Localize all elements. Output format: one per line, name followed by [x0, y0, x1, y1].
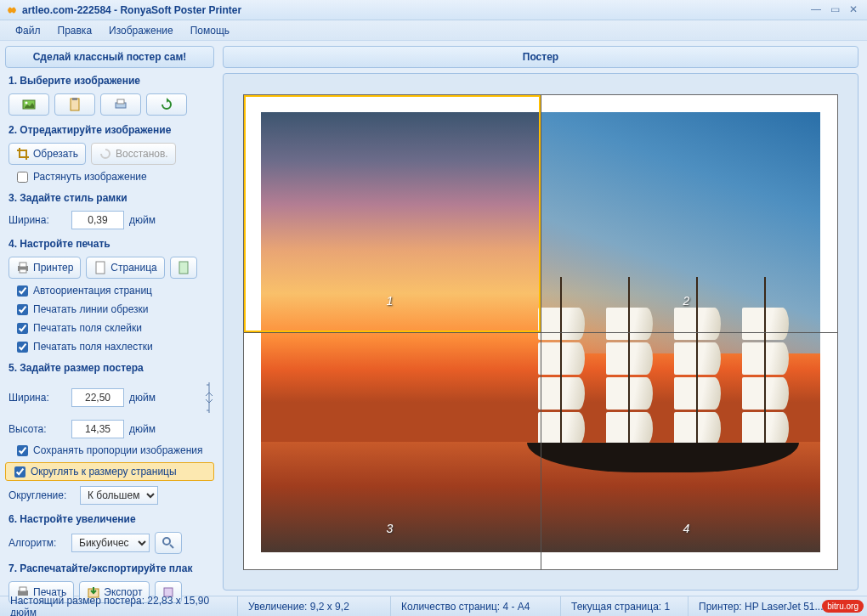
status-current-page: Текущая страница: 1	[561, 596, 688, 616]
menu-edit[interactable]: Правка	[49, 22, 101, 39]
preview-header[interactable]: Постер	[223, 46, 858, 68]
menu-help[interactable]: Помощь	[182, 22, 238, 39]
round-page-label: Округлять к размеру страницы	[31, 466, 177, 478]
glue-fields-label: Печатать поля склейки	[33, 322, 142, 334]
minimize-button[interactable]: —	[808, 3, 824, 17]
page-number-2: 2	[683, 294, 690, 308]
menubar: Файл Правка Изображение Помощь	[0, 20, 867, 41]
svg-rect-2	[71, 99, 79, 110]
svg-point-11	[163, 538, 170, 545]
crop-button[interactable]: Обрезать	[8, 143, 86, 165]
poster-height-input[interactable]	[71, 420, 124, 438]
svg-point-1	[26, 102, 28, 105]
frame-width-input[interactable]	[71, 211, 124, 229]
sidebar: Сделай классный постер сам! 1. Выберите …	[0, 41, 219, 596]
page-extra-button[interactable]	[170, 257, 197, 279]
round-page-checkbox[interactable]	[14, 466, 26, 478]
status-zoom: Увеличение: 9,2 x 9,2	[238, 596, 391, 616]
rotate-image-button[interactable]	[146, 93, 187, 116]
page-number-1: 1	[387, 294, 394, 308]
page-icon	[94, 261, 107, 274]
round-select[interactable]: К большем	[80, 486, 158, 505]
statusbar: Настоящий размер постера: 22,83 x 15,90 …	[0, 596, 867, 616]
restore-icon	[99, 147, 112, 161]
window-title: artleo.com-222584 - RonyaSoft Poster Pri…	[22, 4, 806, 16]
poster-width-label: Ширина:	[8, 392, 66, 404]
titlebar: artleo.com-222584 - RonyaSoft Poster Pri…	[0, 0, 867, 20]
page-button[interactable]: Страница	[86, 257, 164, 279]
crop-icon	[16, 147, 30, 161]
crop-lines-checkbox[interactable]	[17, 304, 28, 315]
svg-rect-14	[20, 587, 26, 591]
frame-width-unit: дюйм	[129, 214, 156, 226]
close-button[interactable]: ✕	[845, 3, 862, 17]
step1-label: 1. Выберите изображение	[8, 75, 214, 87]
algo-select[interactable]: Бикубичес	[71, 534, 150, 552]
step4-label: 4. Настройте печать	[8, 238, 214, 250]
poster-canvas[interactable]: 1 2 3 4	[243, 94, 838, 570]
step3-label: 3. Задайте стиль рамки	[8, 192, 214, 204]
printer-icon	[16, 261, 30, 274]
scan-image-button[interactable]	[100, 93, 141, 116]
stretch-label: Растянуть изображение	[33, 171, 147, 183]
page-number-4: 4	[683, 522, 690, 535]
svg-rect-3	[72, 98, 77, 100]
overlap-fields-checkbox[interactable]	[17, 342, 28, 353]
overlap-fields-label: Печатать поля нахлестки	[33, 341, 153, 353]
svg-rect-9	[96, 262, 105, 274]
auto-orient-checkbox[interactable]	[17, 285, 28, 297]
maximize-button[interactable]: ▭	[826, 3, 843, 17]
preview-area: Постер	[219, 41, 867, 596]
svg-rect-10	[179, 262, 188, 274]
poster-width-input[interactable]	[71, 388, 124, 407]
ship-graphic	[527, 268, 799, 472]
step5-label: 5. Задайте размер постера	[8, 362, 214, 374]
auto-orient-label: Автоориентация страниц	[33, 285, 152, 297]
frame-width-label: Ширина:	[8, 214, 66, 226]
printer-button[interactable]: Принтер	[8, 257, 81, 279]
paste-image-button[interactable]	[54, 93, 95, 116]
algo-label: Алгоритм:	[8, 537, 66, 549]
step2-label: 2. Отредактируйте изображение	[8, 124, 214, 136]
restore-button[interactable]: Восстанов.	[91, 143, 176, 165]
sidebar-header[interactable]: Сделай классный постер сам!	[5, 46, 214, 68]
zoom-preview-button[interactable]	[155, 532, 182, 554]
open-image-button[interactable]	[8, 93, 49, 116]
poster-height-label: Высота:	[8, 423, 66, 435]
step6-label: 6. Настройте увеличение	[8, 513, 214, 525]
status-size: Настоящий размер постера: 22,83 x 15,90 …	[0, 596, 238, 616]
svg-line-12	[170, 545, 173, 548]
round-label: Округление:	[8, 489, 75, 501]
menu-file[interactable]: Файл	[7, 22, 49, 39]
status-pages: Количество страниц: 4 - A4	[391, 596, 561, 616]
link-aspect-icon[interactable]	[204, 381, 214, 415]
svg-rect-7	[20, 263, 26, 267]
main-area: Сделай классный постер сам! 1. Выберите …	[0, 41, 867, 596]
step7-label: 7. Распечатайте/экспортируйте плак	[8, 562, 214, 574]
crop-lines-label: Печатать линии обрезки	[33, 303, 149, 315]
page-number-3: 3	[387, 522, 394, 535]
magnifier-icon	[162, 536, 175, 550]
watermark: bitru.org	[822, 600, 864, 613]
glue-fields-checkbox[interactable]	[17, 323, 28, 334]
canvas-wrap: 1 2 3 4	[223, 73, 858, 591]
svg-rect-5	[117, 99, 124, 104]
app-icon	[5, 3, 19, 17]
grid-horizontal	[244, 332, 837, 333]
keep-ratio-label: Сохранять пропорции изображения	[33, 444, 203, 456]
stretch-checkbox[interactable]	[17, 172, 28, 183]
menu-image[interactable]: Изображение	[100, 22, 182, 39]
keep-ratio-checkbox[interactable]	[17, 445, 28, 456]
svg-rect-8	[20, 269, 26, 273]
